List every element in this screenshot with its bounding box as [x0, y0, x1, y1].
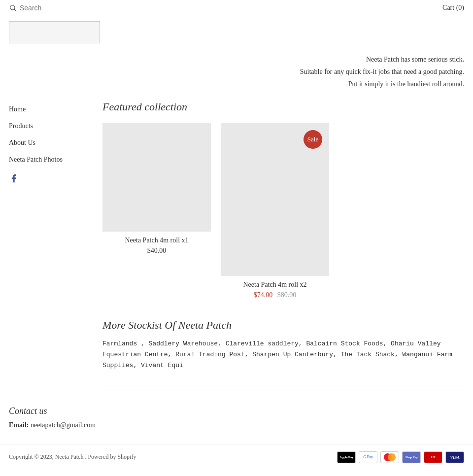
- svg-point-0: [10, 5, 15, 10]
- product-title-2: Neeta Patch 4m roll x2: [221, 281, 329, 289]
- product-price-2: $74.00 $80.00: [221, 291, 329, 299]
- contact-section: Contact us Email: neetapatch@gmail.com: [0, 406, 473, 439]
- sidebar-link-photos[interactable]: Neeta Patch Photos: [9, 156, 63, 163]
- sidebar-nav: Home Products About Us Neeta Patch Photo…: [9, 105, 85, 164]
- payment-visa: VISA: [445, 451, 464, 463]
- contact-email-line: Email: neetapatch@gmail.com: [9, 421, 464, 429]
- payment-union-pay: UP: [424, 451, 442, 463]
- search-input[interactable]: [20, 4, 118, 12]
- facebook-link[interactable]: [9, 173, 19, 185]
- site-header: Cart (0): [0, 0, 473, 16]
- payment-apple-pay: Apple Pay: [337, 451, 356, 463]
- main-layout: Home Products About Us Neeta Patch Photo…: [0, 96, 473, 406]
- payment-icons: Apple Pay G Pay Shop Pay UP VISA: [337, 451, 464, 463]
- sidebar-item-products[interactable]: Products: [9, 122, 85, 130]
- footer-brand-link[interactable]: Neeta Patch: [55, 453, 84, 460]
- svg-line-1: [14, 9, 16, 11]
- product-image-1: [102, 123, 211, 232]
- featured-heading: Featured collection: [102, 101, 464, 113]
- sidebar-facebook[interactable]: [9, 173, 85, 185]
- mastercard-icon: [382, 452, 397, 462]
- payment-shop-pay: Shop Pay: [402, 451, 421, 463]
- section-divider: [102, 386, 464, 386]
- tagline-line3: Put it simply it is the handiest roll ar…: [9, 78, 464, 90]
- sidebar-item-home[interactable]: Home: [9, 105, 85, 113]
- product-original-price-2: $80.00: [277, 291, 297, 299]
- email-label: Email:: [9, 421, 29, 429]
- sidebar: Home Products About Us Neeta Patch Photo…: [0, 96, 94, 406]
- product-image-2: Sale: [221, 123, 329, 276]
- facebook-icon: [9, 173, 19, 183]
- sidebar-item-photos[interactable]: Neeta Patch Photos: [9, 156, 85, 164]
- stockist-section: More Stockist Of Neeta Patch Farmlands ,…: [102, 319, 464, 371]
- logo-bar: [0, 16, 473, 43]
- email-link[interactable]: neetapatch@gmail.com: [31, 421, 96, 429]
- sale-badge: Sale: [304, 130, 322, 149]
- product-price-1: $40.00: [102, 247, 211, 255]
- copyright-text: Copyright © 2023,: [9, 453, 54, 460]
- svg-point-3: [388, 453, 396, 461]
- main-content: Featured collection Neeta Patch 4m roll …: [94, 96, 473, 406]
- product-card-1[interactable]: Neeta Patch 4m roll x1 $40.00: [102, 123, 211, 299]
- sidebar-item-about[interactable]: About Us: [9, 139, 85, 147]
- logo-image: [9, 21, 100, 43]
- stockist-heading: More Stockist Of Neeta Patch: [102, 319, 464, 332]
- payment-mastercard: [380, 451, 399, 463]
- products-grid: Neeta Patch 4m roll x1 $40.00 Sale Neeta…: [102, 123, 464, 299]
- search-area: [9, 4, 118, 12]
- powered-by-text: . Powered by Shopify: [85, 453, 136, 460]
- product-sale-price-2: $74.00: [254, 291, 273, 299]
- tagline-line2: Suitable for any quick fix-it jobs that …: [9, 66, 464, 78]
- sidebar-link-products[interactable]: Products: [9, 122, 33, 130]
- contact-heading: Contact us: [9, 406, 464, 416]
- sidebar-link-about[interactable]: About Us: [9, 139, 35, 146]
- stockist-text: Farmlands , Saddlery Warehouse, Clarevil…: [102, 339, 464, 371]
- cart-link[interactable]: Cart (0): [442, 4, 464, 12]
- footer-copyright: Copyright © 2023, Neeta Patch . Powered …: [9, 453, 136, 461]
- sidebar-link-home[interactable]: Home: [9, 105, 26, 113]
- site-footer: Copyright © 2023, Neeta Patch . Powered …: [0, 444, 473, 470]
- search-icon: [9, 4, 17, 12]
- product-title-1: Neeta Patch 4m roll x1: [102, 237, 211, 244]
- payment-google-pay: G Pay: [359, 451, 377, 463]
- tagline-line1: Neeta Patch has some serious stick.: [9, 53, 464, 66]
- tagline-section: Neeta Patch has some serious stick. Suit…: [0, 43, 473, 96]
- product-card-2[interactable]: Sale Neeta Patch 4m roll x2 $74.00 $80.0…: [221, 123, 329, 299]
